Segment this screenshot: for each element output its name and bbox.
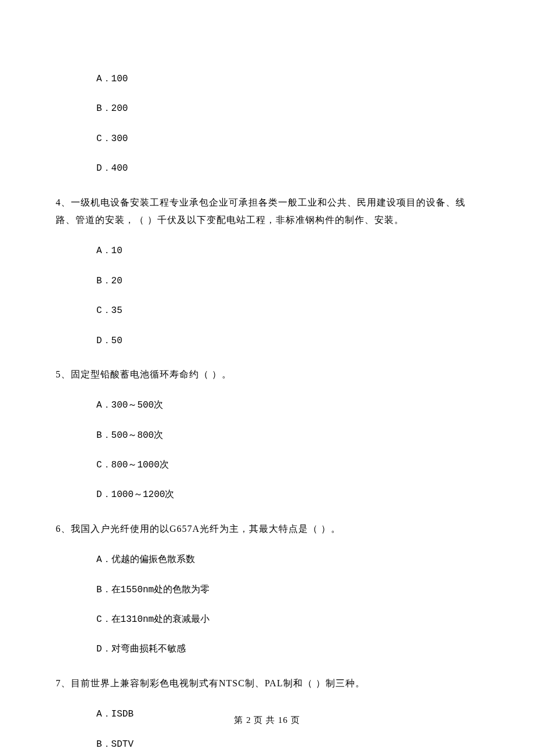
question-text: 固定型铅酸蓄电池循环寿命约（ ）。 [71,369,232,379]
question-5-options: A．300～500次 B．500～800次 C．800～1000次 D．1000… [56,390,478,510]
question-text: 我国入户光纤使用的以G657A光纤为主，其最大特点是（ ）。 [71,524,341,534]
option-item: C．35 [56,296,478,325]
question-text: 一级机电设备安装工程专业承包企业可承担各类一般工业和公共、民用建设项目的设备、线… [56,197,466,225]
question-4: 4、一级机电设备安装工程专业承包企业可承担各类一般工业和公共、民用建设项目的设备… [56,190,478,233]
option-item: B．SDTV [56,729,478,756]
option-item: B．在1550nm处的色散为零 [56,575,478,604]
option-item: B．20 [56,266,478,296]
option-item: C．300 [56,124,478,153]
question-6-options: A．优越的偏振色散系数 B．在1550nm处的色散为零 C．在1310nm处的衰… [56,545,478,664]
option-item: C．在1310nm处的衰减最小 [56,604,478,634]
document-page: A．100 B．200 C．300 D．400 4、一级机电设备安装工程专业承包… [0,0,534,756]
option-item: A．100 [56,64,478,93]
question-number: 4、 [56,197,71,207]
question-7-options: A．ISDB B．SDTV C．ATSC D．SECAM [56,699,478,756]
question-text: 目前世界上兼容制彩色电视制式有NTSC制、PAL制和（ ）制三种。 [71,678,365,688]
question-4-options: A．10 B．20 C．35 D．50 [56,236,478,355]
option-item: D．对弯曲损耗不敏感 [56,634,478,664]
option-item: B．200 [56,93,478,123]
option-item: D．400 [56,153,478,183]
option-item: D．50 [56,326,478,355]
question-6: 6、我国入户光纤使用的以G657A光纤为主，其最大特点是（ ）。 [56,517,478,541]
option-item: B．500～800次 [56,420,478,450]
question-3-options: A．100 B．200 C．300 D．400 [56,64,478,183]
page-footer: 第 2 页 共 16 页 [0,715,534,726]
question-5: 5、固定型铅酸蓄电池循环寿命约（ ）。 [56,362,478,387]
option-item: C．800～1000次 [56,450,478,480]
question-number: 7、 [56,678,71,688]
question-number: 5、 [56,369,71,379]
option-item: A．10 [56,236,478,265]
option-item: A．300～500次 [56,390,478,420]
question-7: 7、目前世界上兼容制彩色电视制式有NTSC制、PAL制和（ ）制三种。 [56,671,478,696]
option-item: A．优越的偏振色散系数 [56,545,478,574]
question-number: 6、 [56,524,71,534]
option-item: D．1000～1200次 [56,480,478,509]
